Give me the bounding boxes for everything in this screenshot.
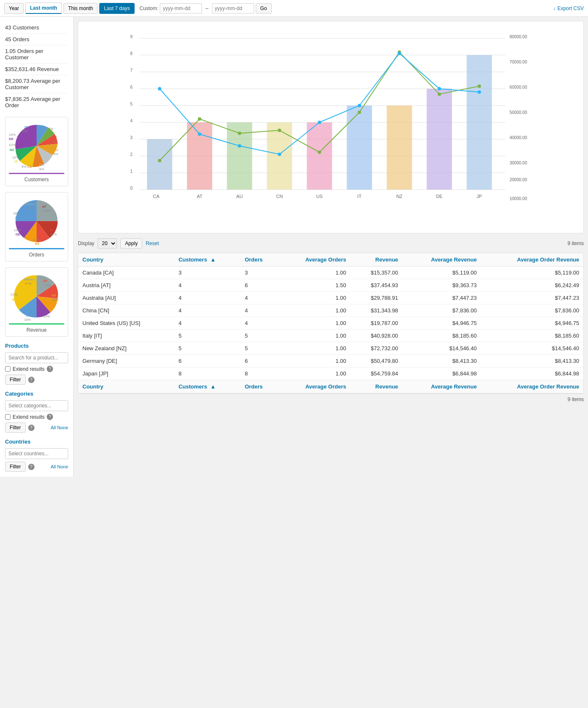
- products-filter: Products Extend results ? Filter ?: [5, 343, 68, 385]
- display-select[interactable]: 20: [98, 238, 117, 248]
- table-row: New Zealand [NZ] 5 5 1.00 $72,732.00 $14…: [78, 342, 583, 355]
- countries-filter-button[interactable]: Filter: [5, 462, 26, 472]
- products-extend-checkbox[interactable]: [5, 366, 11, 372]
- footer-col-avg-revenue[interactable]: Average Revenue: [403, 380, 481, 394]
- date-to-input[interactable]: [212, 3, 254, 13]
- svg-text:DE: DE: [436, 194, 442, 199]
- cell-revenue: $54,759.84: [350, 367, 403, 380]
- categories-all-none[interactable]: All None: [50, 425, 68, 430]
- footer-col-customers[interactable]: Customers ▲: [174, 380, 240, 394]
- svg-point-79: [158, 159, 162, 162]
- col-orders[interactable]: Orders: [241, 253, 279, 267]
- products-search-input[interactable]: [5, 352, 68, 363]
- col-avg-order-revenue[interactable]: Average Order Revenue: [481, 253, 583, 267]
- cell-orders: 8: [241, 367, 279, 380]
- svg-point-96: [478, 90, 481, 94]
- cell-avg-orders: 1.00: [279, 342, 350, 355]
- categories-extend-label: Extend results: [13, 414, 45, 420]
- svg-text:30000.00: 30000.00: [510, 161, 527, 165]
- revenue-chart-title: Revenue: [9, 327, 64, 333]
- categories-extend-checkbox[interactable]: [5, 414, 11, 420]
- date-from-input[interactable]: [160, 3, 202, 13]
- custom-label: Custom:: [140, 5, 159, 11]
- table-row: Canada [CA] 3 3 1.00 $15,357.00 $5,119.0…: [78, 267, 583, 279]
- footer-col-avg-order-revenue[interactable]: Average Order Revenue: [481, 380, 583, 394]
- reset-link[interactable]: Reset: [146, 240, 159, 246]
- svg-text:DE: DE: [16, 232, 21, 236]
- footer-col-orders[interactable]: Orders: [241, 380, 279, 394]
- svg-text:60000.00: 60000.00: [510, 85, 527, 90]
- cell-revenue: $40,928.00: [350, 330, 403, 342]
- top-bar: Year Last month This month Last 7 days C…: [0, 0, 588, 17]
- cell-country: Austria [AT]: [78, 279, 174, 292]
- date-separator: –: [205, 5, 208, 11]
- cell-revenue: $29,788.91: [350, 292, 403, 304]
- main-chart-container: 9 8 7 6 5 4 3 2 1 0 80000.00 70000.00 60…: [78, 21, 584, 233]
- cell-country: Germany [DE]: [78, 355, 174, 367]
- cell-avg-order-revenue: $5,119.00: [481, 267, 583, 279]
- svg-text:7%: 7%: [48, 127, 53, 131]
- footer-col-country[interactable]: Country: [78, 380, 174, 394]
- categories-filter-button[interactable]: Filter: [5, 423, 26, 433]
- table-row: Germany [DE] 6 6 1.00 $50,479.80 $8,413.…: [78, 355, 583, 367]
- svg-text:27%: 27%: [25, 282, 32, 285]
- cell-country: Canada [CA]: [78, 267, 174, 279]
- products-help-icon[interactable]: ?: [47, 366, 53, 372]
- cell-orders: 4: [241, 292, 279, 304]
- categories-filter-help-icon[interactable]: ?: [28, 425, 34, 431]
- countries-filter-help-icon[interactable]: ?: [28, 464, 34, 470]
- stat-customers: 43 Customers: [5, 22, 68, 34]
- countries-filter: Countries Filter ? All None: [5, 439, 68, 472]
- col-avg-revenue[interactable]: Average Revenue: [403, 253, 481, 267]
- table-row: Japan [JP] 8 8 1.00 $54,759.84 $6,844.98…: [78, 367, 583, 380]
- col-customers[interactable]: Customers ▲: [174, 253, 240, 267]
- footer-col-revenue[interactable]: Revenue: [350, 380, 403, 394]
- svg-point-89: [198, 132, 201, 136]
- svg-text:AU: AU: [236, 194, 243, 199]
- apply-button[interactable]: Apply: [120, 238, 142, 248]
- products-extend-label: Extend results: [13, 366, 45, 372]
- cell-country: Italy [IT]: [78, 330, 174, 342]
- tab-last-7-days[interactable]: Last 7 days: [99, 3, 134, 14]
- svg-text:12%: 12%: [52, 298, 58, 301]
- countries-title: Countries: [5, 439, 68, 445]
- svg-rect-74: [307, 122, 332, 190]
- cell-avg-revenue: $14,546.40: [403, 342, 481, 355]
- table-row: China [CN] 4 4 1.00 $31,343.98 $7,836.00…: [78, 304, 583, 317]
- svg-text:16%: 16%: [24, 318, 31, 322]
- cell-revenue: $72,732.00: [350, 342, 403, 355]
- col-avg-orders[interactable]: Average Orders: [279, 253, 350, 267]
- col-revenue[interactable]: Revenue: [350, 253, 403, 267]
- stat-avg-per-customer: $8,200.73 Average per Customer: [5, 75, 68, 93]
- stat-avg-per-order: $7,836.25 Average per Order: [5, 93, 68, 111]
- footer-col-avg-orders[interactable]: Average Orders: [279, 380, 350, 394]
- countries-all-none[interactable]: All None: [50, 464, 68, 469]
- svg-text:40000.00: 40000.00: [510, 135, 527, 140]
- cell-revenue: $50,479.80: [350, 355, 403, 367]
- tab-last-month[interactable]: Last month: [25, 3, 62, 14]
- col-country[interactable]: Country: [78, 253, 174, 267]
- export-csv-button[interactable]: ↓ Export CSV: [553, 5, 584, 11]
- categories-search-input[interactable]: [5, 400, 68, 411]
- svg-text:9%: 9%: [53, 152, 58, 156]
- cell-avg-revenue: $5,119.00: [403, 267, 481, 279]
- products-title: Products: [5, 343, 68, 349]
- table-footer-row: Country Customers ▲ Orders Average Order…: [78, 380, 583, 394]
- cell-orders: 4: [241, 317, 279, 330]
- svg-text:70000.00: 70000.00: [510, 60, 527, 64]
- svg-rect-78: [467, 55, 492, 190]
- svg-text:14%: 14%: [9, 133, 16, 137]
- products-filter-help-icon[interactable]: ?: [28, 377, 34, 383]
- stats-section: 43 Customers 45 Orders 1.05 Orders per C…: [5, 22, 68, 111]
- orders-chart-section: AT 13% IT 11% NZ 11% DE 13% JP 18% Other…: [5, 192, 68, 262]
- countries-search-input[interactable]: [5, 448, 68, 459]
- go-button[interactable]: Go: [256, 3, 272, 13]
- tab-year[interactable]: Year: [4, 3, 24, 14]
- tab-this-month[interactable]: This month: [64, 3, 98, 14]
- cell-customers: 4: [174, 317, 240, 330]
- svg-point-83: [318, 151, 321, 154]
- categories-help-icon[interactable]: ?: [47, 414, 53, 420]
- customers-chart-section: CA 7% AT 9% AU 9% CN 9% US 9% IT 12% NZ …: [5, 117, 68, 186]
- products-filter-button[interactable]: Filter: [5, 375, 26, 385]
- svg-point-84: [358, 111, 361, 114]
